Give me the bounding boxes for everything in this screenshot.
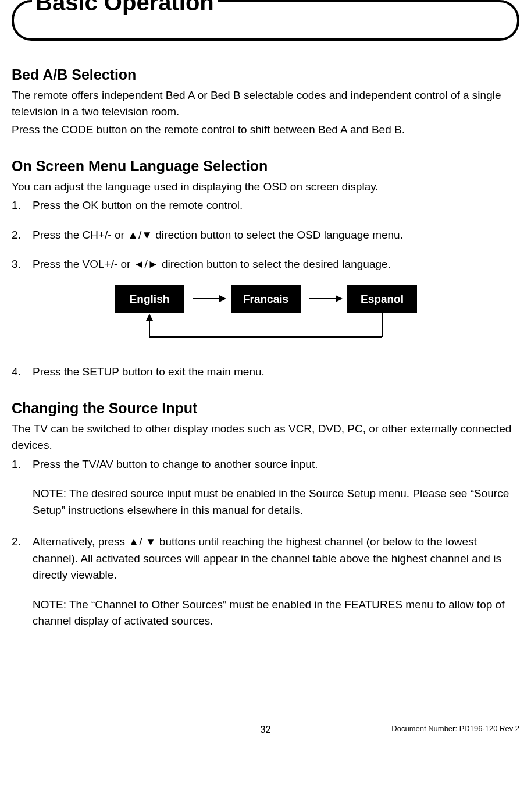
list-item: 4. Press the SETUP button to exit the ma… — [12, 364, 519, 381]
list-number: 4. — [12, 364, 33, 381]
page-footer: 32 Document Number: PD196-120 Rev 2 — [12, 723, 519, 737]
list-item: 3. Press the VOL+/- or ◄/► direction but… — [12, 256, 519, 273]
heading-language-selection: On Screen Menu Language Selection — [12, 155, 519, 178]
list-number: 1. — [12, 197, 33, 214]
list-number: 2. — [12, 227, 33, 244]
list-item: 2. Alternatively, press ▲/ ▼ buttons unt… — [12, 534, 519, 630]
page-title: Basic Operation — [32, 0, 218, 14]
list-text: Press the CH+/- or ▲/▼ direction button … — [33, 227, 519, 244]
note-text: NOTE: The “Channel to Other Sources” mus… — [33, 597, 519, 630]
title-frame: Basic Operation — [12, 0, 519, 41]
list-item: 1. Press the TV/AV button to change to a… — [12, 456, 519, 519]
source-steps-list: 1. Press the TV/AV button to change to a… — [12, 456, 519, 630]
diagram-label-francais: Francais — [243, 293, 288, 305]
language-steps-list: 1. Press the OK button on the remote con… — [12, 197, 519, 273]
document-number: Document Number: PD196-120 Rev 2 — [391, 723, 519, 735]
list-text: Alternatively, press ▲/ ▼ buttons until … — [33, 534, 519, 584]
bed-paragraph-2: Press the CODE button on the remote cont… — [12, 122, 519, 139]
list-text: Press the VOL+/- or ◄/► direction button… — [33, 256, 519, 273]
lang-paragraph-1: You can adjust the language used in disp… — [12, 179, 519, 196]
heading-bed-selection: Bed A/B Selection — [12, 64, 519, 86]
source-paragraph-1: The TV can be switched to other display … — [12, 421, 519, 454]
note-text: NOTE: The desired source input must be e… — [33, 485, 519, 519]
svg-marker-7 — [336, 295, 343, 302]
svg-marker-5 — [219, 295, 226, 302]
list-text: Press the SETUP button to exit the main … — [33, 364, 519, 381]
language-steps-list-cont: 4. Press the SETUP button to exit the ma… — [12, 364, 519, 381]
list-text: Press the TV/AV button to change to anot… — [33, 456, 519, 473]
heading-source-input: Changing the Source Input — [12, 398, 519, 420]
language-cycle-diagram: English Francais Espanol — [12, 279, 519, 349]
list-number: 1. — [12, 456, 33, 473]
diagram-label-espanol: Espanol — [361, 293, 404, 305]
list-item: 1. Press the OK button on the remote con… — [12, 197, 519, 214]
list-number: 3. — [12, 256, 33, 273]
list-text: Press the OK button on the remote contro… — [33, 197, 519, 214]
bed-paragraph-1: The remote offers independent Bed A or B… — [12, 87, 519, 120]
list-item: 2. Press the CH+/- or ▲/▼ direction butt… — [12, 227, 519, 244]
svg-marker-11 — [146, 314, 153, 321]
list-number: 2. — [12, 534, 33, 551]
diagram-label-english: English — [129, 293, 169, 305]
